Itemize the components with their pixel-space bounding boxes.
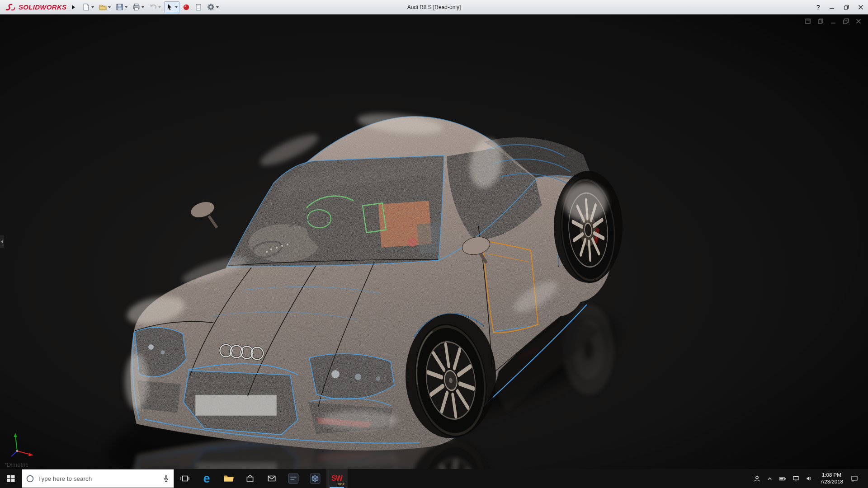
solidworks-logo: SOLIDWORKS xyxy=(0,3,70,11)
chevron-up-icon[interactable] xyxy=(766,475,773,482)
edge-icon: e xyxy=(203,473,210,485)
snipping-utility-button[interactable] xyxy=(283,469,304,488)
brand-text: SOLIDWORKS xyxy=(19,3,66,11)
clock-date: 7/23/2018 xyxy=(820,479,843,485)
restore-button[interactable] xyxy=(844,5,849,10)
minimize-icon[interactable] xyxy=(830,18,836,24)
document-window-controls xyxy=(805,18,862,24)
search-input[interactable] xyxy=(38,475,159,482)
select-cursor-icon xyxy=(166,3,174,11)
battery-icon[interactable] xyxy=(778,475,787,482)
vignette-overlay xyxy=(0,14,868,469)
orientation-triad xyxy=(7,431,39,459)
edrawings-icon xyxy=(309,473,321,484)
cortana-icon xyxy=(26,474,34,483)
network-icon[interactable] xyxy=(792,475,800,482)
utility-app-icon xyxy=(288,473,299,484)
file-explorer-icon xyxy=(223,473,234,484)
appearances-button[interactable] xyxy=(181,1,192,13)
people-icon[interactable] xyxy=(753,475,761,483)
mail-icon xyxy=(267,474,277,483)
action-center-icon[interactable] xyxy=(850,475,859,483)
dropdown-caret[interactable] xyxy=(158,6,161,8)
save-icon xyxy=(116,3,123,11)
microphone-icon[interactable] xyxy=(162,475,170,483)
undo-button[interactable] xyxy=(147,1,163,13)
save-button[interactable] xyxy=(114,1,129,13)
window-controls: ? xyxy=(816,0,863,14)
close-icon xyxy=(858,5,863,10)
undo-icon xyxy=(149,3,157,11)
select-tool-button[interactable] xyxy=(164,1,179,13)
minimize-icon xyxy=(829,5,835,10)
help-button[interactable]: ? xyxy=(816,4,820,11)
solidworks-window: SOLIDWORKS xyxy=(0,0,868,488)
model-scene xyxy=(0,14,868,469)
file-explorer-button[interactable] xyxy=(217,469,239,488)
edge-button[interactable]: e xyxy=(196,469,217,488)
design-binder-button[interactable] xyxy=(193,1,204,13)
solidworks-app-button[interactable]: SW 2017 xyxy=(326,469,348,488)
taskbar-clock[interactable]: 1:08 PM 7/23/2018 xyxy=(818,472,845,485)
new-document-icon xyxy=(82,3,90,11)
windows-logo-icon xyxy=(6,474,15,483)
print-icon xyxy=(132,3,140,11)
taskbar-search[interactable] xyxy=(22,469,174,488)
dassault-logo-icon xyxy=(5,3,16,11)
start-button[interactable] xyxy=(0,469,22,488)
window-title: Audi R8 S [Read-only] xyxy=(407,0,461,14)
open-document-button[interactable] xyxy=(97,1,113,13)
store-button[interactable] xyxy=(239,469,261,488)
dropdown-caret[interactable] xyxy=(216,6,219,8)
dropdown-caret[interactable] xyxy=(175,6,178,8)
dropdown-caret[interactable] xyxy=(142,6,144,8)
close-icon[interactable] xyxy=(855,18,862,24)
feature-panel-collapse-arrow[interactable] xyxy=(0,235,4,248)
dropdown-caret[interactable] xyxy=(125,6,127,8)
design-binder-icon xyxy=(195,4,202,11)
open-icon xyxy=(99,3,107,11)
restore-icon xyxy=(844,5,849,10)
titlebar: SOLIDWORKS xyxy=(0,0,868,14)
viewport-3d[interactable]: *Dimetric xyxy=(0,14,868,469)
store-bag-icon xyxy=(245,474,255,483)
close-button[interactable] xyxy=(858,5,863,10)
options-button[interactable] xyxy=(205,1,221,13)
restore-icon[interactable] xyxy=(843,18,849,24)
mail-button[interactable] xyxy=(261,469,283,488)
print-button[interactable] xyxy=(131,1,146,13)
edrawings-button[interactable] xyxy=(304,469,326,488)
volume-icon[interactable] xyxy=(805,475,813,482)
task-view-icon xyxy=(180,474,190,483)
clock-time: 1:08 PM xyxy=(820,472,843,479)
new-window-icon[interactable] xyxy=(805,18,811,24)
cascade-icon[interactable] xyxy=(817,18,824,24)
taskbar: e xyxy=(0,469,868,488)
options-gear-icon xyxy=(207,3,215,11)
system-tray: 1:08 PM 7/23/2018 xyxy=(753,469,868,488)
left-arrow-icon xyxy=(1,240,3,244)
task-view-button[interactable] xyxy=(174,469,196,488)
dropdown-caret[interactable] xyxy=(108,6,111,8)
dropdown-caret[interactable] xyxy=(91,6,94,8)
minimize-button[interactable] xyxy=(829,5,835,10)
new-document-button[interactable] xyxy=(80,1,96,13)
view-orientation-label: *Dimetric xyxy=(5,461,28,468)
menu-expand-arrow-icon[interactable] xyxy=(72,5,75,9)
main-toolbar xyxy=(80,1,221,13)
appearances-sphere-icon xyxy=(183,4,190,11)
solidworks-app-icon: SW 2017 xyxy=(330,472,344,485)
